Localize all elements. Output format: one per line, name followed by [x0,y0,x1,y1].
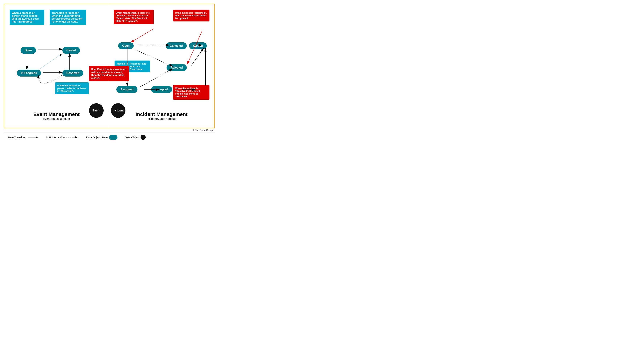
center-red-box: If an Event that is associated with an I… [89,66,129,81]
right-panel-title: Incident Management [113,112,210,117]
copyright-text: © The Open Group [4,128,214,132]
left-node-resolved: Resolved [62,70,83,76]
right-node-canceled: Canceled [166,42,187,49]
right-node-accepted: Accepted [151,86,172,93]
circle-connector-arrow [104,108,111,113]
data-objects-area: Event Incident [89,103,126,118]
right-node-rejected: Rejected [166,64,187,71]
legend-area: State Transition SoR Interaction Data Ob… [4,132,214,142]
left-node-open: Open [20,47,36,54]
left-info-box-top-left: When a process or person starts dealing … [10,10,44,25]
main-container: When a process or person starts dealing … [4,4,214,128]
data-object-state-label: Data Object State [86,136,108,139]
event-circle: Event [89,103,104,118]
state-transition-label: State Transition [7,136,26,139]
right-node-assigned: Assigned [116,86,138,93]
incident-circle: Incident [111,103,126,118]
left-info-box-bottom: When the process or person believes the … [55,82,89,94]
svg-line-19 [131,29,154,42]
legend-sor-interaction: SoR Interaction [46,136,79,139]
right-diagram-area: Event Management decides to create an In… [113,8,210,110]
legend-data-object-state: Data Object State [86,135,118,140]
legend-state-transition: State Transition [7,136,38,139]
svg-marker-25 [36,136,38,138]
sor-interaction-label: SoR Interaction [46,136,64,139]
right-panel-subtitle: IncidentStatus attribute [113,117,210,120]
data-object-icon [140,135,146,140]
right-info-box-top-left: Event Management decides to create an In… [114,10,154,24]
svg-marker-27 [75,136,78,138]
svg-line-6 [39,54,62,70]
svg-marker-23 [109,110,111,112]
right-info-box-top-right: If the Incident is "Rejected", then the … [173,10,210,22]
sor-interaction-icon [66,136,79,139]
left-node-in-progress: In Progress [17,70,41,76]
state-transition-icon [28,136,38,139]
right-node-open: Open [118,42,134,49]
data-object-label: Data Object [125,136,139,139]
data-object-state-icon [109,135,118,140]
right-node-closed: Closed [189,42,207,49]
left-node-closed: Closed [62,47,80,54]
legend-data-object: Data Object [125,135,146,140]
left-info-box-top-right: Transition to "Closed" when the underpin… [50,10,86,25]
page-wrapper: When a process or person starts dealing … [4,4,214,142]
left-diagram-area: When a process or person starts dealing … [8,8,105,110]
svg-line-16 [191,48,204,66]
right-info-box-bottom: When the Incident is "Resolved", the Eve… [173,85,210,100]
